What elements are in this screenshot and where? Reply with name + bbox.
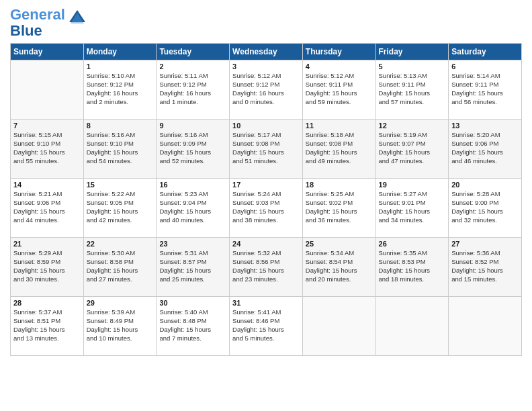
- day-info: Sunrise: 5:28 AM Sunset: 9:00 PM Dayligh…: [451, 190, 519, 224]
- table-row: [449, 297, 522, 356]
- table-row: 23Sunrise: 5:31 AM Sunset: 8:57 PM Dayli…: [157, 238, 230, 297]
- day-number: 24: [232, 240, 300, 248]
- day-info: Sunrise: 5:10 AM Sunset: 9:12 PM Dayligh…: [87, 72, 154, 106]
- day-info: Sunrise: 5:24 AM Sunset: 9:03 PM Dayligh…: [232, 190, 300, 224]
- day-info: Sunrise: 5:14 AM Sunset: 9:11 PM Dayligh…: [451, 72, 519, 106]
- table-row: 28Sunrise: 5:37 AM Sunset: 8:51 PM Dayli…: [11, 297, 84, 356]
- col-wednesday: Wednesday: [230, 44, 303, 60]
- logo: General Blue: [10, 7, 87, 39]
- day-info: Sunrise: 5:19 AM Sunset: 9:07 PM Dayligh…: [379, 131, 446, 165]
- table-row: 4Sunrise: 5:12 AM Sunset: 9:11 PM Daylig…: [302, 60, 375, 120]
- day-info: Sunrise: 5:39 AM Sunset: 8:49 PM Dayligh…: [87, 308, 154, 342]
- table-row: [11, 60, 84, 120]
- day-number: 3: [232, 62, 300, 71]
- day-number: 6: [451, 62, 519, 71]
- table-row: 21Sunrise: 5:29 AM Sunset: 8:59 PM Dayli…: [11, 238, 84, 297]
- day-number: 25: [306, 240, 373, 248]
- table-row: 12Sunrise: 5:19 AM Sunset: 9:07 PM Dayli…: [375, 120, 449, 179]
- day-number: 16: [159, 181, 226, 189]
- day-info: Sunrise: 5:41 AM Sunset: 8:46 PM Dayligh…: [232, 308, 300, 342]
- day-info: Sunrise: 5:32 AM Sunset: 8:56 PM Dayligh…: [232, 249, 300, 283]
- day-number: 9: [159, 122, 226, 130]
- table-row: 27Sunrise: 5:36 AM Sunset: 8:52 PM Dayli…: [449, 238, 522, 297]
- day-number: 20: [451, 181, 519, 189]
- day-number: 28: [13, 299, 81, 307]
- day-info: Sunrise: 5:23 AM Sunset: 9:04 PM Dayligh…: [159, 190, 226, 224]
- table-row: [375, 297, 449, 356]
- table-row: 20Sunrise: 5:28 AM Sunset: 9:00 PM Dayli…: [449, 179, 522, 238]
- col-tuesday: Tuesday: [157, 44, 230, 60]
- day-info: Sunrise: 5:21 AM Sunset: 9:06 PM Dayligh…: [13, 190, 81, 224]
- calendar-week-row: 14Sunrise: 5:21 AM Sunset: 9:06 PM Dayli…: [11, 179, 522, 238]
- table-row: 14Sunrise: 5:21 AM Sunset: 9:06 PM Dayli…: [11, 179, 84, 238]
- table-row: 16Sunrise: 5:23 AM Sunset: 9:04 PM Dayli…: [157, 179, 230, 238]
- calendar-week-row: 28Sunrise: 5:37 AM Sunset: 8:51 PM Dayli…: [11, 297, 522, 356]
- day-number: 19: [379, 181, 446, 189]
- day-number: 29: [87, 299, 154, 307]
- day-info: Sunrise: 5:17 AM Sunset: 9:08 PM Dayligh…: [232, 131, 300, 165]
- table-row: 2Sunrise: 5:11 AM Sunset: 9:12 PM Daylig…: [157, 60, 230, 120]
- day-number: 5: [379, 62, 446, 71]
- table-row: 3Sunrise: 5:12 AM Sunset: 9:12 PM Daylig…: [230, 60, 303, 120]
- day-number: 23: [159, 240, 226, 248]
- day-number: 18: [306, 181, 373, 189]
- table-row: 10Sunrise: 5:17 AM Sunset: 9:08 PM Dayli…: [230, 120, 303, 179]
- day-info: Sunrise: 5:16 AM Sunset: 9:10 PM Dayligh…: [87, 131, 154, 165]
- table-row: 1Sunrise: 5:10 AM Sunset: 9:12 PM Daylig…: [83, 60, 157, 120]
- day-info: Sunrise: 5:29 AM Sunset: 8:59 PM Dayligh…: [13, 249, 81, 283]
- day-number: 17: [232, 181, 300, 189]
- calendar-table: Sunday Monday Tuesday Wednesday Thursday…: [10, 43, 522, 356]
- col-monday: Monday: [83, 44, 157, 60]
- table-row: 29Sunrise: 5:39 AM Sunset: 8:49 PM Dayli…: [83, 297, 157, 356]
- day-info: Sunrise: 5:18 AM Sunset: 9:08 PM Dayligh…: [306, 131, 373, 165]
- table-row: 15Sunrise: 5:22 AM Sunset: 9:05 PM Dayli…: [83, 179, 157, 238]
- day-number: 7: [13, 122, 81, 130]
- day-number: 8: [87, 122, 154, 130]
- day-number: 30: [159, 299, 226, 307]
- table-row: 7Sunrise: 5:15 AM Sunset: 9:10 PM Daylig…: [11, 120, 84, 179]
- col-saturday: Saturday: [449, 44, 522, 60]
- day-number: 4: [306, 62, 373, 71]
- col-friday: Friday: [375, 44, 449, 60]
- day-info: Sunrise: 5:25 AM Sunset: 9:02 PM Dayligh…: [306, 190, 373, 224]
- logo-icon: [68, 9, 87, 30]
- table-row: 5Sunrise: 5:13 AM Sunset: 9:11 PM Daylig…: [375, 60, 449, 120]
- day-info: Sunrise: 5:40 AM Sunset: 8:48 PM Dayligh…: [159, 308, 226, 342]
- table-row: 13Sunrise: 5:20 AM Sunset: 9:06 PM Dayli…: [449, 120, 522, 179]
- day-number: 13: [451, 122, 519, 130]
- table-row: [302, 297, 375, 356]
- day-info: Sunrise: 5:31 AM Sunset: 8:57 PM Dayligh…: [159, 249, 226, 283]
- day-info: Sunrise: 5:12 AM Sunset: 9:11 PM Dayligh…: [306, 72, 373, 106]
- col-thursday: Thursday: [302, 44, 375, 60]
- day-info: Sunrise: 5:13 AM Sunset: 9:11 PM Dayligh…: [379, 72, 446, 106]
- day-info: Sunrise: 5:35 AM Sunset: 8:53 PM Dayligh…: [379, 249, 446, 283]
- table-row: 30Sunrise: 5:40 AM Sunset: 8:48 PM Dayli…: [157, 297, 230, 356]
- day-info: Sunrise: 5:12 AM Sunset: 9:12 PM Dayligh…: [232, 72, 300, 106]
- day-info: Sunrise: 5:36 AM Sunset: 8:52 PM Dayligh…: [451, 249, 519, 283]
- header: General Blue: [10, 7, 522, 39]
- table-row: 11Sunrise: 5:18 AM Sunset: 9:08 PM Dayli…: [302, 120, 375, 179]
- table-row: 19Sunrise: 5:27 AM Sunset: 9:01 PM Dayli…: [375, 179, 449, 238]
- table-row: 8Sunrise: 5:16 AM Sunset: 9:10 PM Daylig…: [83, 120, 157, 179]
- table-row: 31Sunrise: 5:41 AM Sunset: 8:46 PM Dayli…: [230, 297, 303, 356]
- day-number: 2: [159, 62, 226, 71]
- day-info: Sunrise: 5:15 AM Sunset: 9:10 PM Dayligh…: [13, 131, 81, 165]
- logo-text: General Blue: [10, 7, 65, 39]
- day-number: 12: [379, 122, 446, 130]
- day-info: Sunrise: 5:37 AM Sunset: 8:51 PM Dayligh…: [13, 308, 81, 342]
- day-number: 10: [232, 122, 300, 130]
- day-number: 15: [87, 181, 154, 189]
- calendar-week-row: 7Sunrise: 5:15 AM Sunset: 9:10 PM Daylig…: [11, 120, 522, 179]
- calendar-week-row: 1Sunrise: 5:10 AM Sunset: 9:12 PM Daylig…: [11, 60, 522, 120]
- logo-blue: Blue: [10, 22, 42, 39]
- day-info: Sunrise: 5:16 AM Sunset: 9:09 PM Dayligh…: [159, 131, 226, 165]
- day-info: Sunrise: 5:11 AM Sunset: 9:12 PM Dayligh…: [159, 72, 226, 106]
- day-info: Sunrise: 5:34 AM Sunset: 8:54 PM Dayligh…: [306, 249, 373, 283]
- day-number: 27: [451, 240, 519, 248]
- day-info: Sunrise: 5:30 AM Sunset: 8:58 PM Dayligh…: [87, 249, 154, 283]
- day-info: Sunrise: 5:20 AM Sunset: 9:06 PM Dayligh…: [451, 131, 519, 165]
- day-number: 31: [232, 299, 300, 307]
- table-row: 18Sunrise: 5:25 AM Sunset: 9:02 PM Dayli…: [302, 179, 375, 238]
- day-info: Sunrise: 5:22 AM Sunset: 9:05 PM Dayligh…: [87, 190, 154, 224]
- table-row: 26Sunrise: 5:35 AM Sunset: 8:53 PM Dayli…: [375, 238, 449, 297]
